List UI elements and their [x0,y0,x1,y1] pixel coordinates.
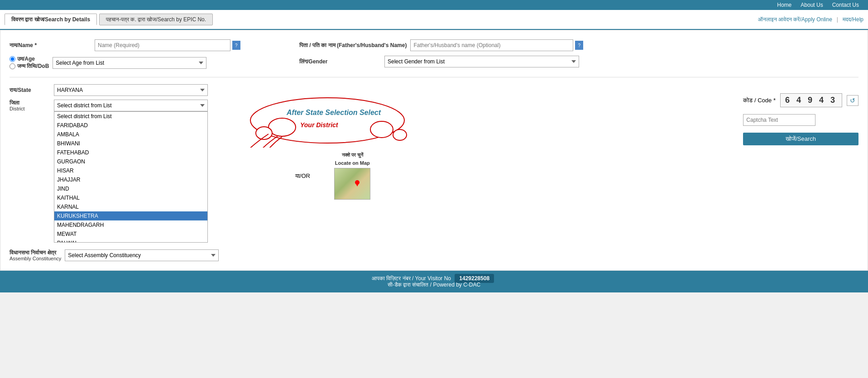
district-list-item-5[interactable]: HISAR [54,166,207,175]
locate-map-section: नक्शे पर चुनें Locate on Map [334,152,370,200]
district-list-item-9[interactable]: KARNAL [54,202,207,211]
age-radio-label[interactable]: उम/Age [10,56,49,62]
name-col: नाम/Name * ? [10,39,290,51]
gender-label-text: लिंग/Gender [299,58,327,65]
main-form: नाम/Name * ? पिता / पति का नाम (Father's… [0,30,868,271]
district-list-item-0[interactable]: FARIDABAD [54,121,207,130]
svg-text:Your District: Your District [300,121,339,129]
district-list-item-11[interactable]: MEWAT [54,230,207,239]
divider: | [837,16,838,23]
district-list-item-10[interactable]: MAHENDRAGARH [54,220,207,230]
tabs-left: विवरण द्वारा खोज/Search by Details पहचान… [5,14,213,25]
district-hindi-label: जिला [10,100,50,106]
top-nav: Home About Us Contact Us [0,0,868,10]
age-col: उम/Age जन्म तिथि/DoB Select Age from Lis… [10,56,290,70]
dob-radio[interactable] [10,63,15,69]
dob-label-text: जन्म तिथि/DoB [17,63,49,69]
or-map-row: या/OR नक्शे पर चुनें Locate on Map [284,152,370,200]
state-label: राय/State [10,87,50,93]
district-list-item-1[interactable]: AMBALA [54,130,207,139]
locate-line1: नक्शे पर चुनें [342,152,363,158]
code-search-section: कोड / Code * 6 4 9 4 3 ↺ खोजें/Search [743,93,858,145]
assembly-row: विधानसभा निर्वाचन क्षेत्र Assembly Const… [10,249,219,261]
captcha-refresh-btn[interactable]: ↺ [847,95,858,106]
district-label: जिला District [10,100,50,111]
age-gender-row: उम/Age जन्म तिथि/DoB Select Age from Lis… [10,53,858,72]
district-list-item-3[interactable]: FATEHABAD [54,148,207,157]
age-label-text: उम/Age [17,56,35,62]
district-open-list[interactable]: Select district from List FARIDABAD AMBA… [54,111,208,243]
code-row: कोड / Code * 6 4 9 4 3 ↺ [743,93,858,107]
state-district-row: राय/State HARYANA जिला District Select d… [10,82,858,263]
assembly-english-label: Assembly Constituency [10,256,61,261]
powered-by: सी-डैक द्वारा संचालित / Powered by C-DAC [388,282,480,288]
map-pin [355,182,360,187]
district-english-label: District [10,106,50,111]
father-label: पिता / पति का नाम (Father's/Husband's Na… [299,42,407,48]
state-row: राय/State HARYANA [10,84,219,96]
name-required: * [34,42,37,48]
state-select[interactable]: HARYANA [54,84,208,96]
code-required: * [773,97,776,104]
district-list-item-6[interactable]: JHAJJAR [54,175,207,184]
captcha-input[interactable] [743,114,815,126]
assembly-select[interactable]: Select Assembly Constituency [65,249,219,261]
name-label-text: नाम/Name [10,42,33,48]
nav-home-link[interactable]: Home [777,2,791,8]
age-radio[interactable] [10,56,15,62]
district-row: जिला District Select district from List … [10,100,219,111]
district-list-item-12[interactable]: PALWAL [54,239,207,243]
svg-point-4 [393,129,407,140]
name-row: नाम/Name * ? पिता / पति का नाम (Father's… [10,37,858,53]
father-col: पिता / पति का नाम (Father's/Husband's Na… [299,39,858,51]
help-link[interactable]: मदद/Help [843,16,863,23]
or-text: या/OR [295,172,310,180]
code-label-text: कोड / Code [743,97,772,104]
map-inner [335,168,370,199]
or-label: या/OR [284,172,321,180]
svg-text:After State Selection Select: After State Selection Select [286,109,381,116]
father-help-btn[interactable]: ? [575,41,583,50]
age-dob-section: उम/Age जन्म तिथि/DoB [10,56,49,70]
district-list-item-default[interactable]: Select district from List [54,112,207,121]
father-input[interactable] [410,39,573,51]
father-label-text: पिता / पति का नाम (Father's/Husband's Na… [299,42,407,48]
apply-online-link[interactable]: ऑनलाइन आवेदन करें/Apply Online [758,16,832,23]
district-select[interactable]: Select district from List [54,100,208,111]
section-divider-1 [10,77,858,77]
district-list-item-2[interactable]: BHIWANI [54,139,207,148]
annotation-area: After State Selection Select Your Distri… [241,93,413,148]
code-label: कोड / Code * [743,97,776,104]
name-help-btn[interactable]: ? [232,41,240,50]
father-input-wrapper: ? [410,39,583,51]
map-placeholder[interactable] [334,168,370,200]
district-list-item-7[interactable]: JIND [54,184,207,193]
captcha-display: 6 4 9 4 3 [780,93,842,107]
or-map-section: After State Selection Select Your Distri… [241,93,413,200]
state-label-text: राय/State [10,87,31,93]
locate-line2: Locate on Map [335,160,370,166]
svg-point-2 [370,121,393,138]
assembly-label: विधानसभा निर्वाचन क्षेत्र Assembly Const… [10,249,61,261]
name-label: नाम/Name * [10,42,91,48]
visitor-label: आपका विज़िटर नंबर / Your Visitor No [372,275,451,282]
tab-search-by-details[interactable]: विवरण द्वारा खोज/Search by Details [5,14,97,25]
district-list-item-selected[interactable]: KURUKSHETRA [54,211,207,220]
age-select[interactable]: Select Age from List [53,57,206,69]
nav-about-link[interactable]: About Us [801,2,823,8]
name-input[interactable] [95,39,230,51]
gender-label: लिंग/Gender [299,58,381,65]
svg-point-1 [269,118,296,136]
dob-radio-label[interactable]: जन्म तिथि/DoB [10,63,49,69]
search-button[interactable]: खोजें/Search [743,133,858,145]
nav-contact-link[interactable]: Contact Us [832,2,859,8]
footer-bar: आपका विज़िटर नंबर / Your Visitor No 1429… [0,271,868,292]
state-district-left: राय/State HARYANA जिला District Select d… [10,84,219,261]
district-list-item-4[interactable]: GURGAON [54,157,207,166]
district-list-item-8[interactable]: KAITHAL [54,193,207,202]
assembly-hindi-label: विधानसभा निर्वाचन क्षेत्र [10,249,61,256]
tab-search-by-epic[interactable]: पहचान-पत्र क. द्वारा खोज/Search by EPIC … [99,14,213,25]
annotation-svg: After State Selection Select Your Distri… [241,93,413,148]
locate-hindi: नक्शे पर चुनें [342,152,363,158]
gender-select[interactable]: Select Gender from List Male Female [384,56,579,67]
